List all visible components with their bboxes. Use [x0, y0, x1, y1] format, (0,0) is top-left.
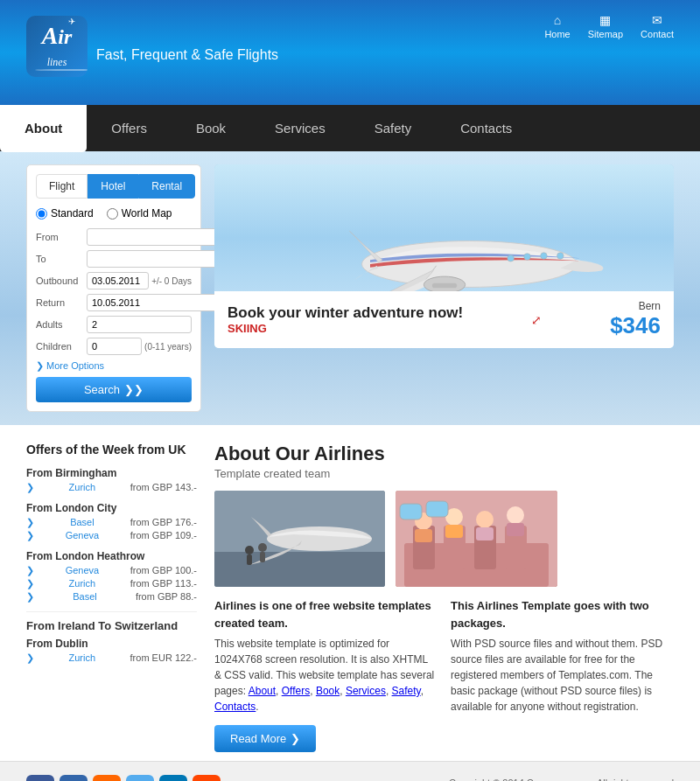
- svg-point-6: [557, 253, 564, 260]
- tab-rental[interactable]: Rental: [138, 174, 195, 199]
- offer-link[interactable]: Zurich: [69, 652, 96, 664]
- svg-rect-13: [260, 552, 265, 562]
- nav-contacts[interactable]: Contacts: [436, 105, 536, 151]
- page-wrapper: ✈ Air lines Fast, Frequent & Safe Flight…: [0, 0, 700, 781]
- svg-rect-28: [400, 504, 422, 520]
- link-contacts[interactable]: Contacts: [214, 701, 256, 713]
- link-services[interactable]: Services: [346, 685, 386, 697]
- offer-link[interactable]: Basel: [70, 517, 94, 528]
- svg-point-4: [524, 254, 531, 261]
- about-right-text: With PSD source files and without them. …: [451, 636, 674, 715]
- link-offers[interactable]: Offers: [282, 685, 310, 697]
- nav-safety[interactable]: Safety: [350, 105, 437, 151]
- about-right-title: This Airlines Template goes with two pac…: [451, 597, 674, 631]
- from-input[interactable]: [87, 228, 218, 246]
- about-image-1: [214, 491, 385, 587]
- tab-flight[interactable]: Flight: [36, 174, 88, 199]
- offer-link[interactable]: Zurich: [69, 482, 96, 493]
- arrow-icon: ❯: [26, 482, 34, 493]
- adults-input[interactable]: [87, 316, 192, 333]
- radio-worldmap[interactable]: World Map: [107, 207, 172, 220]
- return-input[interactable]: [87, 294, 218, 311]
- arrow-icon: ❯: [26, 530, 34, 541]
- offer-link[interactable]: Zurich: [69, 578, 96, 589]
- facebook-icon[interactable]: f: [26, 775, 54, 781]
- offer-item: ❯ Geneva from GBP 109.-: [26, 530, 197, 541]
- more-options-link[interactable]: ❯ More Options: [36, 360, 192, 372]
- arrow-icon: ❯: [26, 565, 34, 576]
- reddit-icon[interactable]: R: [192, 775, 220, 781]
- link-about[interactable]: About: [248, 685, 276, 697]
- about-left-col: Airlines is one of free website template…: [214, 597, 438, 715]
- about-text-cols: Airlines is one of free website template…: [214, 597, 674, 715]
- main-nav: About Offers Book Services Safety Contac…: [0, 105, 700, 151]
- nav-contact[interactable]: ✉ Contact: [640, 13, 674, 39]
- about-content: About Our Airlines Template created team: [214, 443, 674, 752]
- nav-book[interactable]: Book: [172, 105, 250, 151]
- link-safety[interactable]: Safety: [392, 685, 421, 697]
- about-images: [214, 491, 674, 587]
- stumbleupon-icon[interactable]: S: [93, 775, 121, 781]
- offer-link[interactable]: Geneva: [66, 565, 100, 576]
- nav-sitemap[interactable]: ▦ Sitemap: [588, 13, 623, 39]
- search-button[interactable]: Search ❯❯: [36, 377, 192, 402]
- nav-offers[interactable]: Offers: [87, 105, 172, 151]
- link-book[interactable]: Book: [316, 685, 340, 697]
- svg-point-10: [245, 546, 254, 554]
- about-subtitle: Template created team: [214, 467, 674, 480]
- offer-item: ❯ Zurich from GBP 113.-: [26, 578, 197, 589]
- search-radio-group: Standard World Map: [36, 207, 192, 220]
- linkedin-icon[interactable]: in: [159, 775, 187, 781]
- banner-price-area: Bern $346: [610, 300, 661, 339]
- offer-item: ❯ Basel from GBP 176.-: [26, 517, 197, 528]
- children-input[interactable]: [87, 338, 142, 355]
- offer-group-dublin: From Dublin ❯ Zurich from EUR 122.-: [26, 638, 197, 664]
- svg-rect-23: [445, 525, 463, 538]
- svg-point-12: [258, 543, 267, 552]
- svg-rect-2: [432, 283, 457, 289]
- logo-box: ✈ Air lines: [26, 16, 88, 77]
- offers-title: Offers of the Week from UK: [26, 443, 197, 457]
- delicious-icon[interactable]: ✦: [60, 775, 88, 781]
- offer-price: from GBP 113.-: [130, 578, 197, 589]
- offers-panel: Offers of the Week from UK From Birmingh…: [26, 443, 197, 752]
- about-left-title: Airlines is one of free website template…: [214, 597, 438, 631]
- tab-hotel[interactable]: Hotel: [88, 174, 138, 199]
- nav-services[interactable]: Services: [250, 105, 350, 151]
- field-return: Return: [36, 294, 192, 311]
- svg-point-24: [476, 511, 494, 528]
- about-title: About Our Airlines: [214, 443, 674, 465]
- nav-home[interactable]: ⌂ Home: [544, 13, 570, 39]
- arrow-icon: ❯: [26, 591, 34, 603]
- offer-item: ❯ Basel from GBP 88.-: [26, 591, 197, 603]
- search-box: Flight Hotel Rental Standard World Map F: [26, 164, 201, 412]
- field-adults: Adults: [36, 316, 192, 333]
- social-icons: f ✦ S t in R: [26, 775, 220, 781]
- read-more-button[interactable]: Read More ❯: [214, 725, 316, 752]
- svg-rect-11: [247, 554, 252, 565]
- offer-item: ❯ Zurich from GBP 143.-: [26, 482, 197, 493]
- radio-standard[interactable]: Standard: [36, 207, 94, 220]
- outbound-input[interactable]: [87, 272, 149, 289]
- banner-title: Book your winter adventure now!: [228, 304, 463, 322]
- nav-about[interactable]: About: [0, 105, 87, 152]
- banner-text: Book your winter adventure now! SKIING: [228, 304, 463, 335]
- arrow-icon: ❯: [26, 517, 34, 528]
- svg-point-26: [507, 506, 524, 524]
- offer-link[interactable]: Geneva: [66, 530, 100, 541]
- search-content-area: Flight Hotel Rental Standard World Map F: [0, 151, 700, 425]
- banner-resize-icon: ⤢: [531, 313, 542, 327]
- offer-group-birmingham: From Birmingham ❯ Zurich from GBP 143.-: [26, 467, 197, 493]
- svg-point-9: [267, 526, 372, 551]
- offer-from-birmingham: From Birmingham: [26, 467, 197, 479]
- to-input[interactable]: [87, 250, 218, 268]
- offer-link[interactable]: Basel: [73, 591, 97, 603]
- svg-rect-25: [476, 527, 494, 540]
- twitter-icon[interactable]: t: [126, 775, 154, 781]
- left-panel: Flight Hotel Rental Standard World Map F: [26, 164, 201, 412]
- right-content: Book your winter adventure now! SKIING ⤢…: [214, 164, 674, 412]
- search-arrow-icon: ❯❯: [124, 383, 144, 396]
- offer-price: from GBP 88.-: [136, 591, 197, 603]
- banner-subtitle: SKIING: [228, 322, 463, 335]
- svg-rect-27: [507, 523, 524, 536]
